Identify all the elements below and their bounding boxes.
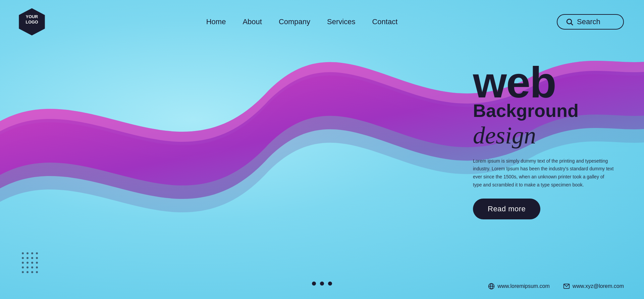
footer-info: www.loremipsum.com www.xyz@lorem.com bbox=[488, 283, 624, 290]
hero-title-background: Background bbox=[473, 101, 614, 121]
nav-item-contact[interactable]: Contact bbox=[372, 17, 397, 26]
svg-point-10 bbox=[26, 257, 29, 259]
svg-point-13 bbox=[22, 262, 24, 264]
dot-2[interactable] bbox=[320, 282, 324, 286]
website-text: www.loremipsum.com bbox=[497, 283, 550, 289]
website-info: www.loremipsum.com bbox=[488, 283, 550, 290]
dot-1[interactable] bbox=[312, 282, 316, 286]
svg-point-24 bbox=[36, 271, 38, 273]
svg-line-4 bbox=[571, 24, 573, 26]
nav-item-about[interactable]: About bbox=[243, 17, 262, 26]
hero-title-design: design bbox=[473, 122, 614, 149]
svg-point-11 bbox=[31, 257, 33, 259]
dot-3[interactable] bbox=[328, 282, 332, 286]
svg-point-6 bbox=[26, 252, 29, 254]
svg-point-19 bbox=[31, 266, 33, 268]
hero-title-web: web bbox=[473, 60, 614, 104]
svg-point-23 bbox=[31, 271, 33, 273]
search-label: Search bbox=[577, 17, 600, 26]
email-text: www.xyz@lorem.com bbox=[573, 283, 624, 289]
nav-item-company[interactable]: Company bbox=[279, 17, 310, 26]
hero-description: Lorem ipsum is simply dummy text of the … bbox=[473, 157, 614, 189]
svg-text:LOGO: LOGO bbox=[25, 20, 38, 25]
nav-item-home[interactable]: Home bbox=[206, 17, 226, 26]
header: YOUR LOGO Home About Company Services Co… bbox=[0, 0, 644, 44]
svg-point-17 bbox=[22, 266, 24, 268]
email-info: www.xyz@lorem.com bbox=[563, 283, 624, 290]
svg-point-18 bbox=[26, 266, 29, 268]
navigation: Home About Company Services Contact bbox=[206, 17, 398, 26]
svg-point-15 bbox=[31, 262, 33, 264]
svg-point-9 bbox=[22, 257, 24, 259]
search-box[interactable]: Search bbox=[557, 14, 624, 30]
pagination-dots bbox=[312, 282, 332, 286]
svg-point-14 bbox=[26, 262, 29, 264]
svg-point-7 bbox=[31, 252, 33, 254]
svg-point-12 bbox=[36, 257, 38, 259]
svg-text:YOUR: YOUR bbox=[26, 14, 38, 19]
search-icon bbox=[566, 18, 574, 26]
hero-section: web Background design Lorem ipsum is sim… bbox=[473, 60, 614, 219]
logo-icon[interactable]: YOUR LOGO bbox=[17, 7, 47, 37]
email-icon bbox=[563, 283, 570, 290]
svg-point-5 bbox=[22, 252, 24, 254]
svg-point-21 bbox=[22, 271, 24, 273]
grid-decoration bbox=[20, 251, 47, 279]
logo-container[interactable]: YOUR LOGO bbox=[17, 7, 47, 37]
globe-icon bbox=[488, 283, 495, 290]
svg-point-8 bbox=[36, 252, 38, 254]
read-more-button[interactable]: Read more bbox=[473, 199, 540, 219]
svg-point-16 bbox=[36, 262, 38, 264]
nav-item-services[interactable]: Services bbox=[327, 17, 355, 26]
svg-point-3 bbox=[567, 19, 572, 24]
svg-point-20 bbox=[36, 266, 38, 268]
svg-point-22 bbox=[26, 271, 29, 273]
